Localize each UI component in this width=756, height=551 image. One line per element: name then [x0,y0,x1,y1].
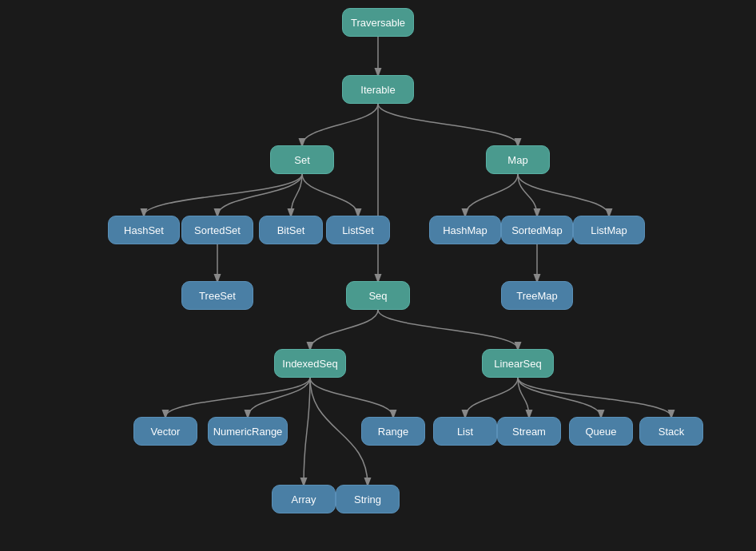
node-treeset: TreeSet [181,281,253,310]
node-linearseq: LinearSeq [482,349,554,378]
node-bitset: BitSet [259,216,323,244]
node-range: Range [361,417,425,446]
node-map: Map [486,145,550,174]
node-queue: Queue [569,417,633,446]
node-sortedmap: SortedMap [501,216,573,244]
node-hashmap: HashMap [429,216,501,244]
node-listset: ListSet [326,216,390,244]
diagram: TraversableIterableSetMapHashSetSortedSe… [0,0,756,551]
node-hashset: HashSet [108,216,180,244]
node-numericrange: NumericRange [208,417,288,446]
node-stream: Stream [497,417,561,446]
node-vector: Vector [133,417,197,446]
node-traversable: Traversable [342,8,414,37]
node-listmap: ListMap [573,216,645,244]
node-iterable: Iterable [342,75,414,104]
node-string: String [336,485,400,513]
node-indexedseq: IndexedSeq [274,349,346,378]
node-sortedset: SortedSet [181,216,253,244]
node-stack: Stack [639,417,703,446]
node-array: Array [272,485,336,513]
node-list: List [433,417,497,446]
node-set: Set [270,145,334,174]
node-seq: Seq [346,281,410,310]
node-treemap: TreeMap [501,281,573,310]
